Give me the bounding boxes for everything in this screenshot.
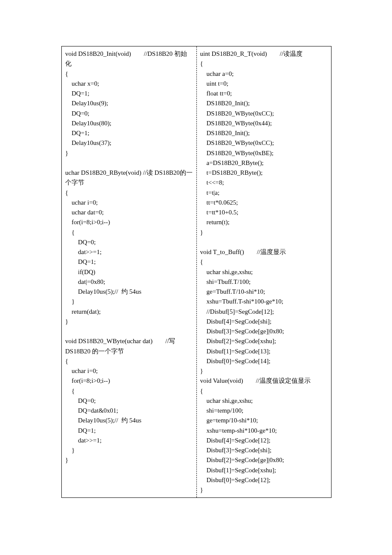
left-column: void DS18B20_Init(void) //DS18B20 初始化 { … bbox=[62, 46, 197, 497]
right-column: uint DS18B20_R_T(void) //读温度 { uchar a=0… bbox=[197, 46, 331, 497]
code-table: void DS18B20_Init(void) //DS18B20 初始化 { … bbox=[61, 46, 331, 498]
left-code-block: void DS18B20_Init(void) //DS18B20 初始化 { … bbox=[65, 49, 193, 465]
right-code-block: uint DS18B20_R_T(void) //读温度 { uchar a=0… bbox=[200, 49, 328, 495]
page: void DS18B20_Init(void) //DS18B20 初始化 { … bbox=[0, 0, 392, 522]
